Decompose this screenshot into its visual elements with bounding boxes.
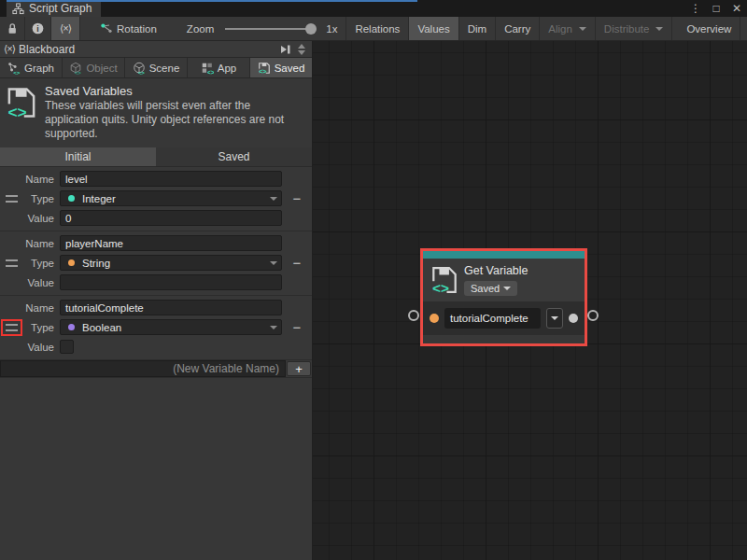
floppy-icon: <>	[430, 265, 458, 295]
info-button[interactable]: i	[25, 17, 51, 40]
svg-text:<>: <>	[137, 68, 145, 74]
chevron-down-icon	[270, 261, 277, 265]
rotation-label: Rotation	[117, 23, 157, 35]
lock-button[interactable]	[0, 17, 25, 40]
relations-button[interactable]: Relations	[345, 17, 409, 40]
type-dropdown[interactable]: String	[60, 255, 282, 271]
svg-text:<>: <>	[13, 68, 21, 74]
dim-button[interactable]: Dim	[459, 17, 496, 40]
maximize-icon[interactable]: □	[710, 2, 723, 15]
graph-canvas[interactable]: <> Get Variable Saved tutorialComplete	[313, 41, 747, 560]
type-color-dot	[68, 195, 75, 202]
drag-handle-icon[interactable]	[6, 259, 18, 267]
chevron-down-icon	[551, 316, 558, 320]
output-port[interactable]	[569, 314, 578, 323]
info-icon: i	[32, 22, 44, 35]
window-menu-icon[interactable]: ⋮	[689, 2, 702, 15]
name-label: Name	[22, 302, 60, 314]
arrow-up-icon[interactable]	[298, 44, 305, 49]
node-input-ring[interactable]	[408, 310, 419, 321]
name-input[interactable]: playerName	[60, 235, 282, 251]
svg-text:<>: <>	[207, 68, 214, 74]
variable-scope-tabs: <> Graph <> Object <> Scene <>	[0, 58, 312, 78]
scope-dropdown[interactable]: Saved	[464, 281, 517, 296]
scroll-stepper[interactable]	[295, 44, 308, 55]
node-body: tutorialComplete	[423, 301, 585, 335]
cube-icon: <>	[69, 62, 82, 75]
input-port[interactable]	[430, 314, 439, 323]
info-title: Saved Variables	[45, 84, 304, 98]
type-color-dot	[68, 259, 75, 266]
name-label: Name	[22, 238, 60, 249]
scene-icon: <>	[133, 62, 146, 75]
name-input[interactable]: tutorialComplete	[60, 300, 282, 315]
remove-variable-button[interactable]: −	[282, 191, 312, 205]
overview-button[interactable]: Overview	[678, 17, 740, 40]
blackboard-title: Blackboard	[19, 43, 275, 56]
floppy-icon: <>	[258, 62, 271, 75]
type-dropdown[interactable]: Boolean	[60, 319, 282, 335]
info-description: These variables will persist even after …	[45, 99, 304, 141]
variable-row-tutorialComplete: Name tutorialComplete Type Boolean − Val…	[0, 296, 312, 360]
zoom-value: 1x	[326, 23, 337, 35]
type-label: Type	[22, 322, 60, 333]
svg-text:<>: <>	[432, 280, 449, 295]
variable-list: Name level Type Integer − Value 0 Name p…	[0, 166, 312, 378]
graph-icon: <>	[7, 62, 21, 75]
value-checkbox[interactable]	[60, 340, 74, 354]
dock-icon[interactable]	[278, 44, 291, 55]
node-title: Get Variable	[464, 264, 529, 277]
get-variable-node[interactable]: <> Get Variable Saved tutorialComplete	[420, 248, 587, 346]
tab-saved[interactable]: <> Saved	[250, 58, 312, 77]
blackboard-header: ⟨×⟩ Blackboard	[0, 41, 312, 58]
values-button[interactable]: Values	[409, 17, 458, 40]
variables-toggle-button[interactable]: ⟨×⟩	[51, 17, 80, 40]
chevron-down-icon	[655, 27, 663, 31]
zoom-slider-handle[interactable]	[305, 23, 317, 35]
carry-button[interactable]: Carry	[496, 17, 540, 40]
add-variable-button[interactable]: +	[287, 361, 311, 376]
zoom-slider[interactable]	[225, 28, 315, 30]
close-icon[interactable]: ✕	[730, 2, 743, 15]
subtab-saved[interactable]: Saved	[156, 147, 312, 166]
remove-variable-button[interactable]: −	[282, 320, 312, 334]
type-color-dot	[68, 324, 75, 330]
type-dropdown[interactable]: Integer	[60, 190, 282, 206]
drag-handle-icon[interactable]	[6, 324, 18, 331]
tab-graph[interactable]: <> Graph	[0, 58, 63, 77]
node-output-ring[interactable]	[587, 310, 599, 321]
new-variable-input[interactable]: (New Variable Name)	[0, 360, 286, 377]
tab-app[interactable]: <> App	[188, 58, 250, 77]
saved-variables-info: <> Saved Variables These variables will …	[0, 78, 312, 147]
initial-saved-tabs: Initial Saved	[0, 147, 312, 166]
distribute-button: Distribute	[596, 17, 673, 40]
svg-text:<>: <>	[7, 103, 26, 119]
title-bar: Script Graph ⋮ □ ✕	[0, 0, 747, 17]
zoom-control: Zoom 1x	[178, 17, 346, 40]
variable-name-input[interactable]: tutorialComplete	[444, 308, 541, 329]
drag-handle-icon[interactable]	[6, 195, 18, 203]
value-input[interactable]	[60, 274, 282, 290]
value-label: Value	[22, 213, 60, 224]
svg-text:<>: <>	[75, 68, 82, 74]
floppy-icon: <>	[6, 86, 37, 144]
new-variable-row: (New Variable Name) +	[0, 360, 312, 378]
variables-icon: ⟨×⟩	[4, 43, 15, 55]
zoom-label: Zoom	[187, 23, 214, 35]
name-label: Name	[22, 174, 60, 185]
subtab-initial[interactable]: Initial	[0, 147, 156, 166]
type-label: Type	[22, 258, 60, 269]
tab-object: <> Object	[63, 58, 125, 77]
node-color-strip	[423, 251, 585, 259]
value-input[interactable]: 0	[60, 210, 282, 226]
full-screen-button[interactable]: Full Screen	[740, 17, 747, 40]
name-input[interactable]: level	[60, 171, 282, 187]
tab-script-graph[interactable]: Script Graph	[7, 0, 101, 17]
lock-icon	[7, 22, 18, 35]
arrow-down-icon[interactable]	[298, 50, 305, 55]
variable-name-dropdown[interactable]	[546, 308, 563, 329]
tab-scene[interactable]: <> Scene	[125, 58, 188, 77]
node-footer	[423, 335, 585, 343]
remove-variable-button[interactable]: −	[282, 256, 312, 270]
chevron-down-icon	[270, 197, 277, 201]
